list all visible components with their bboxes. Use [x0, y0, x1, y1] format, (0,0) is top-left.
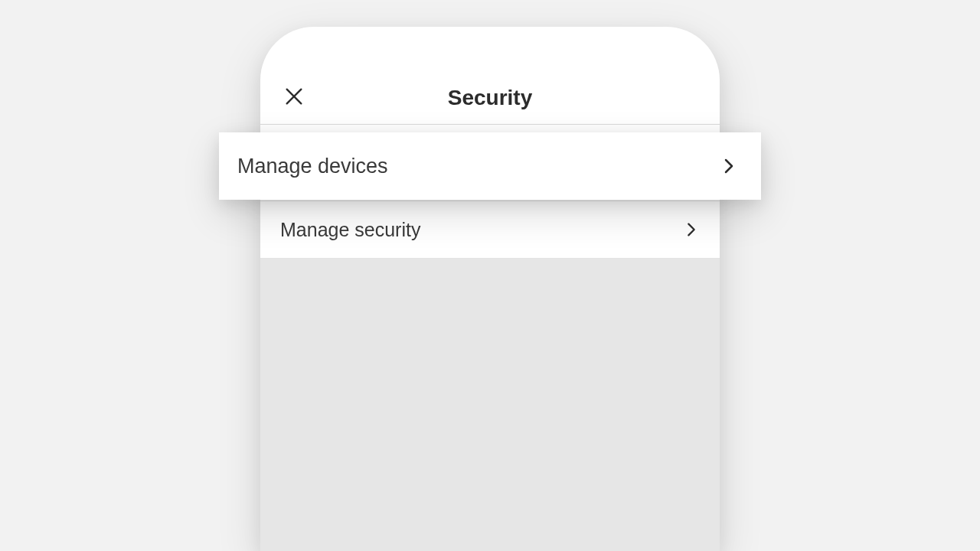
- chevron-right-icon: [720, 154, 738, 178]
- row-manage-security[interactable]: Manage security: [260, 201, 720, 259]
- close-icon: [283, 86, 305, 110]
- close-button[interactable]: [280, 84, 308, 112]
- settings-panel: Security Manage security: [260, 27, 720, 551]
- panel-header: Security: [260, 27, 720, 125]
- row-manage-devices[interactable]: Manage devices: [219, 132, 761, 200]
- page-title: Security: [448, 86, 533, 110]
- row-label: Manage devices: [237, 155, 388, 178]
- row-label: Manage security: [280, 219, 420, 241]
- chevron-right-icon: [683, 219, 700, 240]
